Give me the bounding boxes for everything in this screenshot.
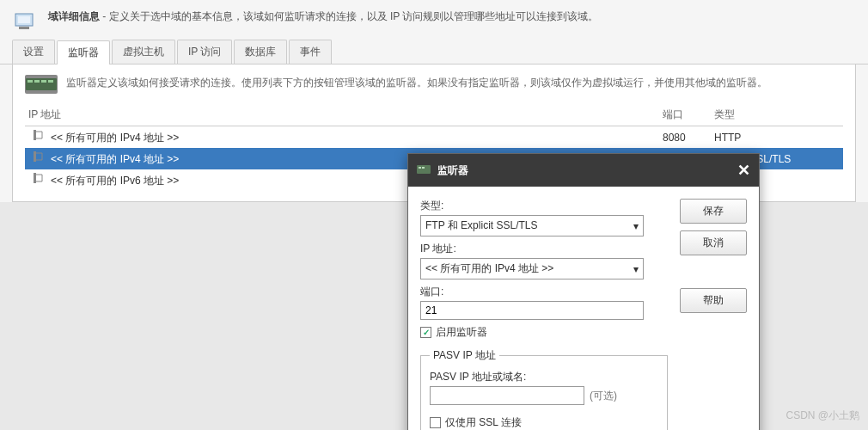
tab-1[interactable]: 监听器 [57,40,110,64]
ip-select-value: << 所有可用的 IPv4 地址 >> [425,261,553,276]
dialog-title: 监听器 [437,163,468,178]
table-header: IP 地址 端口 类型 [25,104,843,126]
ssl-only-label: 仅使用 SSL 连接 [445,415,522,430]
svg-rect-6 [41,80,46,83]
type-select-value: FTP 和 Explicit SSL/TLS [425,218,537,233]
close-icon[interactable]: ✕ [737,161,750,180]
enable-label: 启用监听器 [436,325,487,340]
info-row: 监听器定义该域如何接受请求的连接。使用列表下方的按钮管理该域的监听器。如果没有指… [25,75,843,94]
listener-dialog: 监听器 ✕ 类型: FTP 和 Explicit SSL/TLS ▾ IP 地址… [407,153,760,430]
dialog-button-column: 保存 取消 帮助 [680,199,747,430]
pasv-input[interactable] [430,386,584,405]
tab-0[interactable]: 设置 [12,40,55,64]
tab-2[interactable]: 虚拟主机 [112,40,175,64]
save-button[interactable]: 保存 [680,199,747,224]
listener-info-icon [25,75,58,94]
dialog-titlebar[interactable]: 监听器 ✕ [408,154,759,187]
listener-row-icon [32,172,46,184]
ip-label: IP 地址: [420,242,668,256]
chevron-down-icon: ▾ [633,263,639,275]
cell-type: HTTP [714,132,843,144]
dialog-icon [417,163,431,178]
svg-rect-5 [34,80,40,83]
help-button[interactable]: 帮助 [680,288,747,313]
optional-label: (可选) [590,389,617,403]
col-header-type[interactable]: 类型 [714,108,843,122]
col-header-port[interactable]: 端口 [663,108,714,122]
page-header: 域详细信息 - 定义关于选中域的基本信息，该域如何监听请求的连接，以及 IP 访… [0,0,868,40]
type-label: 类型: [420,199,668,213]
info-text: 监听器定义该域如何接受请求的连接。使用列表下方的按钮管理该域的监听器。如果没有指… [66,75,767,91]
tab-3[interactable]: IP 访问 [177,40,232,64]
svg-rect-9 [34,151,36,162]
cell-ip: << 所有可用的 IPv4 地址 >> [25,129,663,145]
cancel-button[interactable]: 取消 [680,230,747,255]
svg-rect-12 [419,167,421,169]
domain-icon [12,9,40,33]
type-select[interactable]: FTP 和 Explicit SSL/TLS ▾ [420,215,644,236]
dialog-form: 类型: FTP 和 Explicit SSL/TLS ▾ IP 地址: << 所… [420,199,668,430]
pasv-label: PASV IP 地址或域名: [430,370,658,384]
svg-rect-4 [28,80,33,83]
svg-rect-8 [34,130,36,140]
svg-rect-11 [417,165,431,174]
port-label: 端口: [420,285,668,299]
svg-rect-13 [422,167,425,169]
enable-checkbox-row[interactable]: ✓ 启用监听器 [420,325,668,340]
col-header-ip[interactable]: IP 地址 [25,108,663,122]
svg-rect-7 [48,80,53,83]
tab-5[interactable]: 事件 [289,40,332,64]
chevron-down-icon: ▾ [633,220,639,232]
ssl-only-checkbox[interactable] [430,417,441,428]
cell-port: 8080 [663,132,714,144]
tab-bar: 设置监听器虚拟主机IP 访问数据库事件 [0,40,868,64]
ssl-only-row[interactable]: 仅使用 SSL 连接 [430,415,658,430]
page-header-text: 域详细信息 - 定义关于选中域的基本信息，该域如何监听请求的连接，以及 IP 访… [48,9,598,24]
svg-rect-1 [19,27,29,29]
svg-rect-2 [18,16,30,23]
button-spacer [680,262,747,281]
dialog-title-wrap: 监听器 [417,163,468,178]
port-input[interactable] [420,301,644,320]
ip-select[interactable]: << 所有可用的 IPv4 地址 >> ▾ [420,258,644,280]
listener-row-icon [32,129,46,141]
tab-4[interactable]: 数据库 [234,40,287,64]
table-row[interactable]: << 所有可用的 IPv4 地址 >>8080HTTP [25,126,843,148]
page-title-desc: - 定义关于选中域的基本信息，该域如何监听请求的连接，以及 IP 访问规则以管理… [100,10,598,22]
pasv-fieldset: PASV IP 地址 PASV IP 地址或域名: (可选) 仅使用 SSL 连… [420,348,668,430]
enable-checkbox[interactable]: ✓ [420,327,431,338]
listener-row-icon [32,150,46,163]
svg-rect-10 [34,173,36,183]
watermark: CSDN @小土鹅 [785,408,859,423]
page-title-prefix: 域详细信息 [48,10,100,22]
pasv-legend: PASV IP 地址 [430,348,499,363]
dialog-body: 类型: FTP 和 Explicit SSL/TLS ▾ IP 地址: << 所… [408,187,759,430]
